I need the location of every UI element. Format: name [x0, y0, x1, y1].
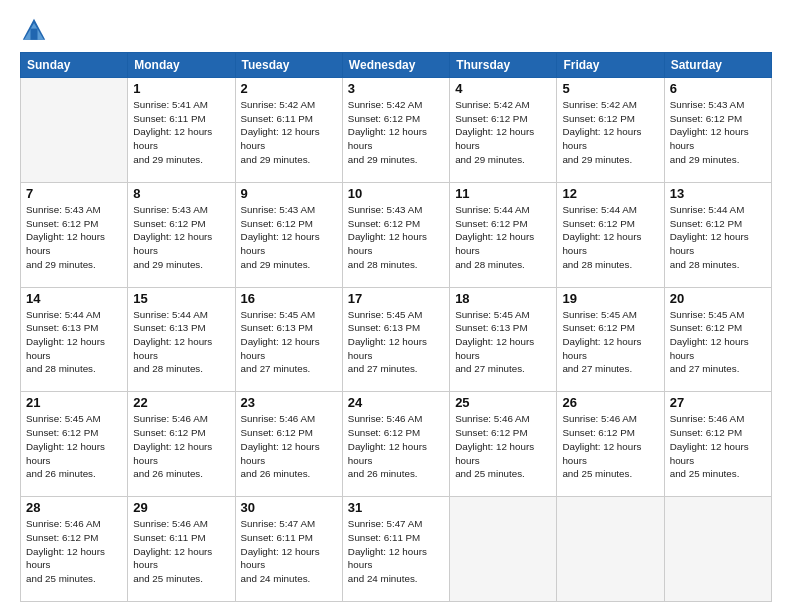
calendar-cell: 8Sunrise: 5:43 AMSunset: 6:12 PMDaylight…	[128, 182, 235, 287]
column-header-tuesday: Tuesday	[235, 53, 342, 78]
day-number: 25	[455, 395, 551, 410]
calendar-cell: 2Sunrise: 5:42 AMSunset: 6:11 PMDaylight…	[235, 78, 342, 183]
logo	[20, 16, 52, 44]
column-header-monday: Monday	[128, 53, 235, 78]
calendar-cell: 28Sunrise: 5:46 AMSunset: 6:12 PMDayligh…	[21, 497, 128, 602]
day-number: 11	[455, 186, 551, 201]
day-number: 17	[348, 291, 444, 306]
calendar-cell: 27Sunrise: 5:46 AMSunset: 6:12 PMDayligh…	[664, 392, 771, 497]
calendar-cell: 16Sunrise: 5:45 AMSunset: 6:13 PMDayligh…	[235, 287, 342, 392]
day-number: 26	[562, 395, 658, 410]
day-info: Sunrise: 5:43 AMSunset: 6:12 PMDaylight:…	[348, 203, 444, 272]
calendar-week-row: 7Sunrise: 5:43 AMSunset: 6:12 PMDaylight…	[21, 182, 772, 287]
day-number: 12	[562, 186, 658, 201]
calendar-cell: 7Sunrise: 5:43 AMSunset: 6:12 PMDaylight…	[21, 182, 128, 287]
day-number: 28	[26, 500, 122, 515]
calendar-cell: 5Sunrise: 5:42 AMSunset: 6:12 PMDaylight…	[557, 78, 664, 183]
calendar-cell: 31Sunrise: 5:47 AMSunset: 6:11 PMDayligh…	[342, 497, 449, 602]
day-info: Sunrise: 5:46 AMSunset: 6:12 PMDaylight:…	[670, 412, 766, 481]
calendar-cell: 22Sunrise: 5:46 AMSunset: 6:12 PMDayligh…	[128, 392, 235, 497]
svg-rect-2	[31, 29, 38, 40]
calendar-cell: 12Sunrise: 5:44 AMSunset: 6:12 PMDayligh…	[557, 182, 664, 287]
day-info: Sunrise: 5:45 AMSunset: 6:12 PMDaylight:…	[670, 308, 766, 377]
calendar-cell: 29Sunrise: 5:46 AMSunset: 6:11 PMDayligh…	[128, 497, 235, 602]
calendar-cell	[21, 78, 128, 183]
day-info: Sunrise: 5:42 AMSunset: 6:12 PMDaylight:…	[562, 98, 658, 167]
calendar-cell: 25Sunrise: 5:46 AMSunset: 6:12 PMDayligh…	[450, 392, 557, 497]
calendar-header-row: SundayMondayTuesdayWednesdayThursdayFrid…	[21, 53, 772, 78]
day-number: 22	[133, 395, 229, 410]
day-info: Sunrise: 5:43 AMSunset: 6:12 PMDaylight:…	[133, 203, 229, 272]
day-info: Sunrise: 5:43 AMSunset: 6:12 PMDaylight:…	[241, 203, 337, 272]
calendar-cell: 3Sunrise: 5:42 AMSunset: 6:12 PMDaylight…	[342, 78, 449, 183]
day-number: 27	[670, 395, 766, 410]
day-info: Sunrise: 5:41 AMSunset: 6:11 PMDaylight:…	[133, 98, 229, 167]
calendar-cell: 30Sunrise: 5:47 AMSunset: 6:11 PMDayligh…	[235, 497, 342, 602]
day-info: Sunrise: 5:44 AMSunset: 6:13 PMDaylight:…	[26, 308, 122, 377]
header	[20, 16, 772, 44]
day-number: 14	[26, 291, 122, 306]
day-info: Sunrise: 5:45 AMSunset: 6:12 PMDaylight:…	[26, 412, 122, 481]
day-number: 13	[670, 186, 766, 201]
calendar-cell: 1Sunrise: 5:41 AMSunset: 6:11 PMDaylight…	[128, 78, 235, 183]
day-info: Sunrise: 5:43 AMSunset: 6:12 PMDaylight:…	[26, 203, 122, 272]
day-number: 16	[241, 291, 337, 306]
day-info: Sunrise: 5:45 AMSunset: 6:13 PMDaylight:…	[455, 308, 551, 377]
day-info: Sunrise: 5:42 AMSunset: 6:11 PMDaylight:…	[241, 98, 337, 167]
calendar-cell	[557, 497, 664, 602]
day-number: 8	[133, 186, 229, 201]
day-number: 19	[562, 291, 658, 306]
calendar-cell: 23Sunrise: 5:46 AMSunset: 6:12 PMDayligh…	[235, 392, 342, 497]
calendar-cell: 13Sunrise: 5:44 AMSunset: 6:12 PMDayligh…	[664, 182, 771, 287]
calendar-cell: 10Sunrise: 5:43 AMSunset: 6:12 PMDayligh…	[342, 182, 449, 287]
day-number: 30	[241, 500, 337, 515]
day-number: 3	[348, 81, 444, 96]
calendar-cell: 14Sunrise: 5:44 AMSunset: 6:13 PMDayligh…	[21, 287, 128, 392]
calendar-cell: 9Sunrise: 5:43 AMSunset: 6:12 PMDaylight…	[235, 182, 342, 287]
day-number: 23	[241, 395, 337, 410]
day-number: 15	[133, 291, 229, 306]
calendar-cell: 18Sunrise: 5:45 AMSunset: 6:13 PMDayligh…	[450, 287, 557, 392]
day-number: 29	[133, 500, 229, 515]
day-info: Sunrise: 5:47 AMSunset: 6:11 PMDaylight:…	[348, 517, 444, 586]
calendar-cell: 20Sunrise: 5:45 AMSunset: 6:12 PMDayligh…	[664, 287, 771, 392]
day-number: 31	[348, 500, 444, 515]
day-number: 10	[348, 186, 444, 201]
day-number: 4	[455, 81, 551, 96]
day-info: Sunrise: 5:44 AMSunset: 6:12 PMDaylight:…	[562, 203, 658, 272]
calendar-cell: 15Sunrise: 5:44 AMSunset: 6:13 PMDayligh…	[128, 287, 235, 392]
calendar-cell: 6Sunrise: 5:43 AMSunset: 6:12 PMDaylight…	[664, 78, 771, 183]
day-number: 24	[348, 395, 444, 410]
calendar-cell	[450, 497, 557, 602]
day-info: Sunrise: 5:46 AMSunset: 6:12 PMDaylight:…	[562, 412, 658, 481]
column-header-wednesday: Wednesday	[342, 53, 449, 78]
day-number: 20	[670, 291, 766, 306]
day-info: Sunrise: 5:46 AMSunset: 6:12 PMDaylight:…	[26, 517, 122, 586]
day-info: Sunrise: 5:46 AMSunset: 6:12 PMDaylight:…	[348, 412, 444, 481]
day-number: 21	[26, 395, 122, 410]
calendar-cell: 17Sunrise: 5:45 AMSunset: 6:13 PMDayligh…	[342, 287, 449, 392]
calendar-cell: 19Sunrise: 5:45 AMSunset: 6:12 PMDayligh…	[557, 287, 664, 392]
column-header-saturday: Saturday	[664, 53, 771, 78]
calendar-week-row: 14Sunrise: 5:44 AMSunset: 6:13 PMDayligh…	[21, 287, 772, 392]
calendar-week-row: 28Sunrise: 5:46 AMSunset: 6:12 PMDayligh…	[21, 497, 772, 602]
day-number: 2	[241, 81, 337, 96]
page: SundayMondayTuesdayWednesdayThursdayFrid…	[0, 0, 792, 612]
day-info: Sunrise: 5:46 AMSunset: 6:12 PMDaylight:…	[133, 412, 229, 481]
calendar-week-row: 21Sunrise: 5:45 AMSunset: 6:12 PMDayligh…	[21, 392, 772, 497]
day-number: 7	[26, 186, 122, 201]
column-header-sunday: Sunday	[21, 53, 128, 78]
day-info: Sunrise: 5:46 AMSunset: 6:12 PMDaylight:…	[455, 412, 551, 481]
day-info: Sunrise: 5:43 AMSunset: 6:12 PMDaylight:…	[670, 98, 766, 167]
calendar-cell: 24Sunrise: 5:46 AMSunset: 6:12 PMDayligh…	[342, 392, 449, 497]
day-info: Sunrise: 5:45 AMSunset: 6:12 PMDaylight:…	[562, 308, 658, 377]
day-number: 5	[562, 81, 658, 96]
calendar-cell: 21Sunrise: 5:45 AMSunset: 6:12 PMDayligh…	[21, 392, 128, 497]
day-number: 6	[670, 81, 766, 96]
day-info: Sunrise: 5:46 AMSunset: 6:11 PMDaylight:…	[133, 517, 229, 586]
day-info: Sunrise: 5:42 AMSunset: 6:12 PMDaylight:…	[455, 98, 551, 167]
day-number: 1	[133, 81, 229, 96]
calendar: SundayMondayTuesdayWednesdayThursdayFrid…	[20, 52, 772, 602]
day-info: Sunrise: 5:44 AMSunset: 6:12 PMDaylight:…	[455, 203, 551, 272]
column-header-thursday: Thursday	[450, 53, 557, 78]
